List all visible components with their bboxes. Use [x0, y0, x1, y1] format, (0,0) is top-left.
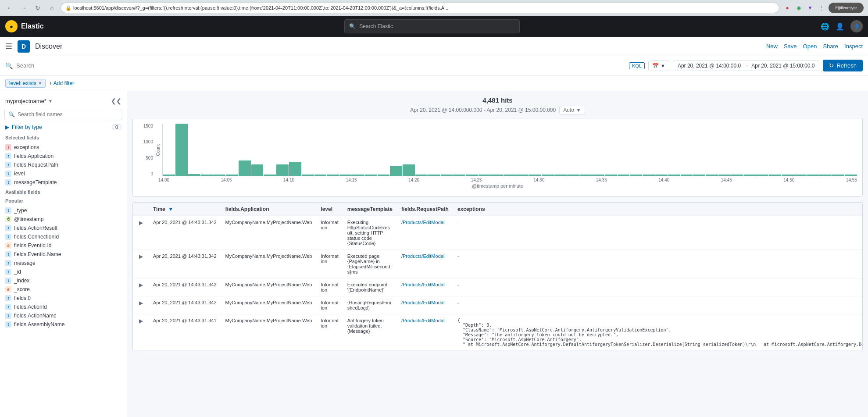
- col-message-template[interactable]: messageTemplate: [343, 203, 397, 216]
- table-row[interactable]: ▶Apr 20, 2021 @ 14:43:31.342MyCompanyNam…: [133, 250, 863, 278]
- available-field-item[interactable]: #fields.EventId.Id: [0, 241, 127, 250]
- col-request-path[interactable]: fields.RequestPath: [397, 203, 453, 216]
- selected-field-item[interactable]: !exceptions: [0, 143, 127, 152]
- chart-bar[interactable]: [289, 162, 301, 176]
- chart-bar[interactable]: [276, 164, 289, 176]
- chart-bar[interactable]: [592, 175, 604, 176]
- chart-bar[interactable]: [163, 175, 175, 176]
- chart-bar[interactable]: [681, 175, 693, 176]
- settings-icon[interactable]: ⋮: [817, 4, 826, 12]
- index-pattern-selector[interactable]: myprojectname* ▼ ❮❮: [0, 95, 127, 107]
- available-field-item[interactable]: tfields.AssemblyName: [0, 320, 127, 329]
- col-application[interactable]: fields.Application: [221, 203, 317, 216]
- table-row[interactable]: ▶Apr 20, 2021 @ 14:43:31.342MyCompanyNam…: [133, 296, 863, 314]
- chart-bar[interactable]: [668, 175, 680, 176]
- available-field-item[interactable]: t_id: [0, 267, 127, 276]
- home-button[interactable]: ⌂: [46, 3, 57, 13]
- available-field-item[interactable]: #_score: [0, 285, 127, 294]
- chart-bar[interactable]: [769, 175, 781, 176]
- back-button[interactable]: ←: [4, 3, 15, 13]
- col-time[interactable]: Time ▼: [149, 203, 221, 216]
- chart-bar[interactable]: [453, 175, 465, 176]
- selected-field-item[interactable]: tlevel: [0, 169, 127, 178]
- chart-bar[interactable]: [807, 175, 819, 176]
- chart-bar[interactable]: [529, 175, 541, 176]
- available-field-item[interactable]: tmessage: [0, 259, 127, 267]
- search-input[interactable]: [16, 62, 625, 69]
- selected-field-item[interactable]: tfields.RequestPath: [0, 160, 127, 169]
- open-button[interactable]: Open: [803, 43, 817, 50]
- address-bar[interactable]: 🔒 localhost:5601/app/discover#/?_g=(filt…: [61, 3, 779, 13]
- chart-bar[interactable]: [504, 175, 516, 176]
- chart-bar[interactable]: [516, 175, 529, 176]
- chart-bar[interactable]: [339, 175, 352, 176]
- chart-bar[interactable]: [567, 175, 579, 176]
- chart-bar[interactable]: [479, 175, 491, 176]
- chart-bar[interactable]: [239, 160, 251, 176]
- chart-bar[interactable]: [264, 175, 276, 176]
- table-row[interactable]: ▶Apr 20, 2021 @ 14:43:31.342MyCompanyNam…: [133, 216, 863, 250]
- chart-bar[interactable]: [542, 175, 554, 176]
- chart-bar[interactable]: [415, 175, 428, 176]
- selected-field-item[interactable]: tfields.Application: [0, 152, 127, 160]
- col-exceptions[interactable]: exceptions: [453, 203, 863, 216]
- table-row[interactable]: ▶Apr 20, 2021 @ 14:43:31.341MyCompanyNam…: [133, 314, 863, 351]
- selected-field-item[interactable]: tmessageTemplate: [0, 178, 127, 187]
- chart-bar[interactable]: [706, 175, 718, 176]
- filter-by-type-row[interactable]: ▶ Filter by type 0: [0, 122, 127, 132]
- chart-bar[interactable]: [213, 175, 225, 176]
- row-expand-button[interactable]: ▶: [137, 253, 144, 260]
- chart-bar[interactable]: [731, 175, 743, 176]
- chart-bar[interactable]: [226, 175, 238, 176]
- chart-bar[interactable]: [554, 175, 567, 176]
- auto-select[interactable]: Auto ▼: [559, 106, 585, 114]
- available-field-item[interactable]: ⏱@timestamp: [0, 215, 127, 224]
- chart-bar[interactable]: [579, 175, 592, 176]
- chart-bar[interactable]: [618, 175, 630, 176]
- table-row[interactable]: ▶Apr 20, 2021 @ 14:43:31.342MyCompanyNam…: [133, 278, 863, 296]
- available-field-item[interactable]: t_index: [0, 276, 127, 285]
- chart-bar[interactable]: [251, 164, 264, 176]
- chart-bar[interactable]: [605, 175, 617, 176]
- chart-bar[interactable]: [782, 175, 794, 176]
- col-level[interactable]: level: [316, 203, 343, 216]
- chart-bar[interactable]: [365, 175, 377, 176]
- chart-bar[interactable]: [175, 124, 188, 176]
- field-search-input[interactable]: [18, 111, 118, 118]
- available-field-item[interactable]: tfields.ActionResult: [0, 224, 127, 232]
- inspect-button[interactable]: Inspect: [844, 43, 863, 50]
- available-field-item[interactable]: tfields.ActionId: [0, 303, 127, 311]
- share-button[interactable]: Share: [823, 43, 838, 50]
- chart-bar[interactable]: [378, 175, 390, 176]
- chart-bar[interactable]: [794, 175, 807, 176]
- chart-bar[interactable]: [403, 164, 415, 176]
- filter-tag[interactable]: level: exists ✕: [5, 79, 46, 88]
- profile-button[interactable]: Eğitlenmiyor: [829, 3, 864, 13]
- chart-bar[interactable]: [352, 175, 364, 176]
- query-input-area[interactable]: 🔍: [5, 62, 625, 69]
- available-field-item[interactable]: tfields.0: [0, 294, 127, 303]
- forward-button[interactable]: →: [18, 3, 29, 13]
- field-search-box[interactable]: 🔍: [4, 109, 122, 120]
- chart-bar[interactable]: [744, 175, 756, 176]
- refresh-button[interactable]: ↻ Refresh: [823, 60, 863, 71]
- row-expand-button[interactable]: ▶: [137, 318, 144, 324]
- kql-badge[interactable]: KQL: [629, 62, 645, 69]
- top-search-bar[interactable]: 🔍 Search Elastic: [344, 19, 520, 33]
- available-field-item[interactable]: t_type: [0, 206, 127, 215]
- chart-bar[interactable]: [643, 175, 655, 176]
- chart-bar[interactable]: [188, 174, 200, 176]
- available-field-item[interactable]: tfields.ConnectionId: [0, 232, 127, 241]
- chart-bar[interactable]: [693, 175, 705, 176]
- chart-bar[interactable]: [441, 175, 453, 176]
- refresh-nav-button[interactable]: ↻: [32, 3, 43, 13]
- chart-bar[interactable]: [819, 175, 832, 176]
- chart-bar[interactable]: [390, 166, 402, 176]
- chart-bar[interactable]: [630, 175, 642, 176]
- row-expand-button[interactable]: ▶: [137, 220, 144, 226]
- globe-icon[interactable]: 🌐: [821, 22, 829, 31]
- chart-bar[interactable]: [832, 175, 844, 176]
- chart-bar[interactable]: [200, 175, 213, 176]
- hamburger-menu[interactable]: ☰: [5, 42, 12, 51]
- sidebar-collapse-icon[interactable]: ❮❮: [111, 97, 121, 104]
